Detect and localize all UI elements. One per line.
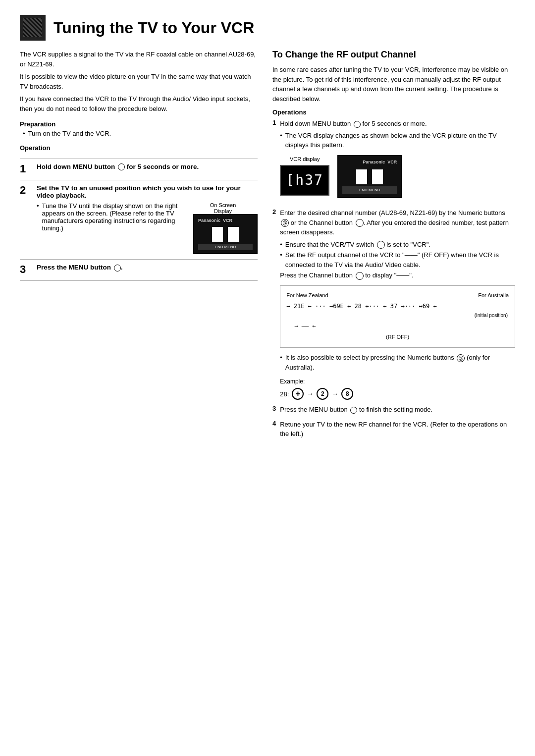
main-content: The VCR supplies a signal to the TV via … [20, 50, 515, 444]
step-2-content: Set the TV to an unused position which y… [37, 184, 258, 254]
vcr-display-label: VCR display [290, 155, 320, 163]
right-step-3-content: Press the MENU button to finish the sett… [280, 405, 515, 415]
example-text: 28: [280, 389, 289, 399]
circle-2: 2 [317, 388, 328, 400]
step-3-number: 3 [20, 264, 31, 275]
step-1-bold: Hold down MENU button for 5 seconds or m… [37, 163, 199, 170]
example-label: Example: [280, 377, 515, 386]
right-step-2-bullet-2-text: Set the RF output channel of the VCR to … [285, 250, 515, 270]
preparation-header: Preparation [20, 120, 258, 128]
example-buttons: 28: + → 2 → 8 [280, 388, 515, 400]
vcr-osd-bar-1 [356, 169, 367, 184]
plus-btn: + [292, 388, 304, 400]
menu-icon-step3 [114, 265, 121, 271]
step-2-row: 2 Set the TV to an unused position which… [20, 180, 258, 258]
osd-header: Panasonic VCR [198, 218, 253, 223]
right-step-3-text: Press the MENU button to finish the sett… [280, 406, 432, 413]
step-2-bullet-1-text: Tune the TV until the display shown on t… [42, 202, 186, 232]
intro-para-2: It is possible to view the video picture… [20, 72, 258, 91]
right-column: To Change the RF output Channel In some … [272, 50, 515, 444]
arrow-right-2: → [331, 389, 338, 399]
numeric-icon-2: @ [457, 354, 465, 362]
intro-para-1: The VCR supplies a signal to the TV via … [20, 50, 258, 69]
right-step-2: 2 Enter the desired channel number (AU28… [272, 208, 515, 400]
right-section-title: To Change the RF output Channel [272, 50, 515, 60]
right-intro: In some rare cases after tuning the TV t… [272, 65, 515, 104]
step-1-row: 1 Hold down MENU button for 5 seconds or… [20, 159, 258, 179]
left-column: The VCR supplies a signal to the TV via … [20, 50, 258, 444]
arrow-right: → [307, 389, 314, 399]
initial-position: (Initial position) [286, 311, 508, 320]
step-2-detail: Tune the TV until the display shown on t… [37, 202, 258, 254]
menu-icon-r1 [354, 121, 361, 128]
operations-header: Operations [272, 108, 515, 116]
vcr-osd-header: Panasonic VCR [342, 159, 397, 166]
step-2-text-area: Tune the TV until the display shown on t… [37, 202, 186, 254]
right-step-1-num: 1 [272, 119, 276, 126]
vcr-display-text: [h37 [286, 170, 323, 191]
right-step-4-num: 4 [272, 420, 276, 427]
right-step-2-text: Enter the desired channel number (AU28-6… [280, 209, 509, 236]
right-step-2-bullet-1: Ensure that the VCR/TV switch is set to … [280, 240, 515, 250]
right-step-2-content: Enter the desired channel number (AU28-6… [280, 208, 515, 400]
header-icon-pattern [23, 18, 42, 37]
step-3-content: Press the MENU button . [37, 264, 258, 271]
operation-header: Operation [20, 144, 258, 152]
channel-rf-off: (RF OFF) [286, 332, 509, 342]
right-step-3-num: 3 [272, 405, 276, 412]
step-1-number: 1 [20, 163, 31, 175]
right-step-1-content: Hold down MENU button for 5 seconds or m… [280, 119, 515, 203]
channel-diagram: For New Zealand For Australia → 21E ← ··… [280, 285, 515, 348]
step-2-bullet-1: Tune the TV until the display shown on t… [37, 202, 186, 232]
osd-end-menu: END MENU [198, 244, 253, 250]
vcr-displays: VCR display [h37 Panasonic VCR [280, 155, 515, 199]
right-step-2-bullet-1-text: Ensure that the VCR/TV switch is set to … [285, 240, 430, 250]
step-3-divider [20, 280, 258, 281]
right-step-2-num: 2 [272, 208, 276, 216]
osd-box: Panasonic VCR END MENU [193, 214, 258, 254]
intro-para-3: If you have connected the VCR to the TV … [20, 94, 258, 113]
channel-icon-2 [356, 272, 364, 280]
example-section: Example: 28: + → 2 → 8 [280, 377, 515, 400]
au-label: For Australia [478, 291, 509, 301]
osd-area: On Screen Display Panasonic VCR [193, 202, 258, 254]
vcrtv-icon [377, 241, 385, 249]
step-3-row: 3 Press the MENU button . [20, 259, 258, 279]
header-icon [20, 15, 46, 41]
right-step-1-bullet-text: The VCR display changes as shown below a… [285, 131, 515, 150]
right-step-4: 4 Retune your TV to the new RF channel f… [272, 420, 515, 439]
page-header: Tuning the TV to Your VCR [20, 15, 515, 41]
right-step-1: 1 Hold down MENU button for 5 seconds or… [272, 119, 515, 203]
channel-rf-row: → —— ← [286, 321, 509, 332]
osd-label: On Screen Display [201, 202, 245, 214]
channel-line1: → 21E ← ··· →69E ↔ 28 ↔··· ← 37 →··· ↔69… [286, 301, 436, 312]
right-step-2-bullet-2: Set the RF output channel of the VCR to … [280, 250, 515, 270]
also-text: It is also possible to select by pressin… [285, 353, 515, 372]
page-title: Tuning the TV to Your VCR [54, 19, 254, 37]
step-3-bold: Press the MENU button . [37, 264, 123, 271]
channel-arrow-wrapper: → 21E ← ··· →69E ↔ 28 ↔··· ← 37 →··· ↔69… [286, 301, 509, 312]
right-step-4-content: Retune your TV to the new RF channel for… [280, 420, 515, 439]
osd-brand: Panasonic VCR [198, 218, 232, 223]
osd-bar-2 [228, 227, 239, 242]
right-step-1-text: Hold down MENU button for 5 seconds or m… [280, 120, 427, 127]
channel-icon [356, 219, 364, 227]
channel-line2: → —— ← [294, 321, 316, 332]
circle-8: 8 [341, 388, 353, 400]
right-step-1-bullet: The VCR display changes as shown below a… [280, 131, 515, 150]
channel-line1-wrapper: → 21E ← ··· →69E ↔ 28 ↔··· ← 37 →··· ↔69… [286, 301, 509, 320]
osd-bars [198, 227, 253, 242]
page-container: Tuning the TV to Your VCR The VCR suppli… [20, 15, 515, 444]
vcr-osd-bar-2 [372, 169, 383, 184]
right-step-2-press: Press the Channel button to display "——"… [280, 270, 515, 280]
vcr-display-wrapper: VCR display [h37 [280, 155, 329, 196]
menu-icon-r3 [350, 407, 357, 414]
steps-container: 1 Hold down MENU button for 5 seconds or… [20, 159, 258, 281]
vcr-osd-box: Panasonic VCR END MENU [337, 155, 402, 199]
osd-bar-1 [212, 227, 223, 242]
channel-row-label: For New Zealand For Australia [286, 291, 509, 301]
nz-label: For New Zealand [286, 291, 328, 301]
step-2-bold: Set the TV to an unused position which y… [37, 184, 241, 199]
vcr-osd-end-menu: END MENU [342, 186, 397, 194]
vcr-display-box: [h37 [280, 165, 329, 196]
